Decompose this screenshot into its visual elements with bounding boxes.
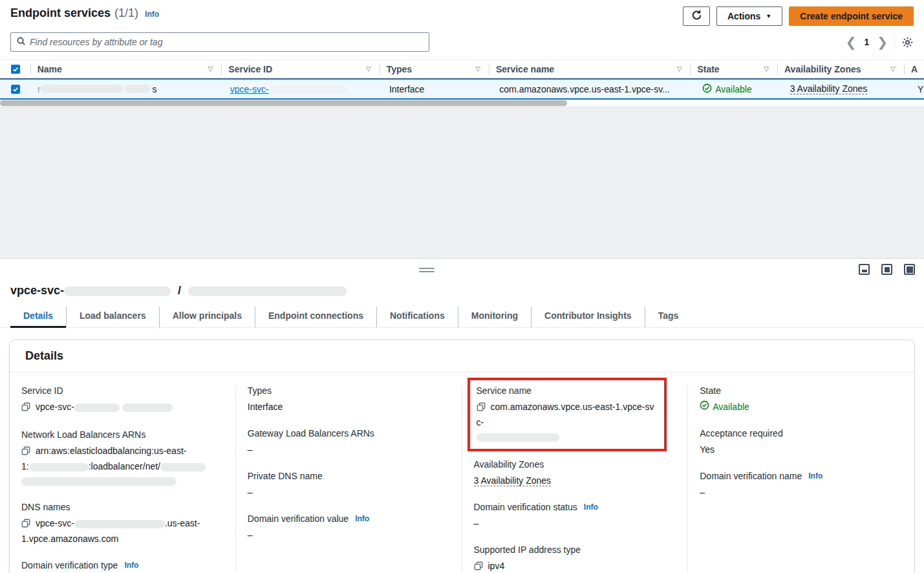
page-title: Endpoint services [10, 6, 111, 20]
sort-icon[interactable]: ▽ [890, 65, 898, 72]
create-endpoint-service-button[interactable]: Create endpoint service [789, 6, 914, 26]
tab-tags[interactable]: Tags [645, 307, 692, 327]
page-number[interactable]: 1 [863, 37, 870, 47]
split-panel-header [0, 258, 924, 281]
row-service-name: com.amazonaws.vpce.us-east-1.vpce-sv... [493, 80, 696, 98]
tab-endpoint-connections[interactable]: Endpoint connections [255, 307, 376, 327]
field-value-private-dns-name: – [248, 485, 450, 499]
success-check-icon [700, 400, 709, 414]
field-value-acceptance-required: Yes [700, 442, 903, 457]
field-label-service-id: Service ID [21, 385, 224, 396]
copy-icon[interactable] [21, 401, 30, 415]
panel-size-small-icon[interactable] [859, 264, 870, 275]
info-link[interactable]: Info [355, 514, 369, 523]
sort-icon[interactable]: ▽ [366, 65, 374, 72]
field-value-dns-names: vpce-svc-.us-east- 1.vpce.amazonaws.com [21, 516, 224, 546]
next-page-icon[interactable]: ❯ [877, 36, 888, 49]
split-panel-drag-handle[interactable] [419, 268, 435, 274]
field-value-domain-verification-name: – [700, 485, 903, 499]
settings-button[interactable] [901, 36, 914, 49]
panel-size-medium-icon[interactable] [881, 264, 892, 275]
filter-row: ❮ 1 ❯ [0, 30, 924, 52]
actions-button[interactable]: Actions ▼ [716, 6, 782, 26]
toolbar: Endpoint services (1/1) Info Actions ▼ C… [0, 0, 924, 30]
service-id-link[interactable]: vpce-svc- [230, 84, 347, 94]
row-name: r s [31, 80, 224, 98]
horizontal-scrollbar[interactable] [0, 100, 924, 107]
select-all-checkbox[interactable] [11, 65, 20, 74]
tab-contributor-insights[interactable]: Contributor Insights [531, 307, 645, 327]
field-label-domain-verification-status: Domain verification status Info [474, 502, 676, 512]
field-value-service-name: com.amazonaws.vpce.us-east-1.vpce-svc- [477, 400, 658, 444]
field-label-private-dns-name: Private DNS name [248, 471, 450, 481]
refresh-button[interactable] [683, 6, 710, 26]
resource-count: (1/1) [114, 6, 138, 20]
scrollbar-thumb[interactable] [0, 100, 567, 106]
search-icon [16, 36, 26, 48]
field-label-domain-verification-type: Domain verification type Info [21, 560, 224, 570]
panel-size-large-icon[interactable] [904, 264, 915, 275]
sort-icon[interactable]: ▽ [208, 65, 216, 72]
details-card: Details Service ID vpce-svc- Network Loa… [9, 340, 915, 573]
field-label-nlb-arns: Network Load Balancers ARNs [21, 429, 224, 440]
success-check-icon [702, 83, 712, 95]
field-value-supported-ip-type: ipv4 [474, 559, 676, 573]
info-link[interactable]: Info [584, 503, 598, 512]
sort-icon[interactable]: ▽ [764, 65, 771, 72]
row-checkbox[interactable] [11, 85, 20, 94]
copy-icon[interactable] [21, 517, 30, 532]
field-value-glb-arns: – [248, 442, 450, 457]
search-input[interactable] [30, 37, 424, 47]
table-row[interactable]: r s vpce-svc- Interface com.amazonaws.vp… [0, 78, 924, 100]
field-label-acceptance-required: Acceptance required [700, 428, 903, 438]
info-link[interactable]: Info [808, 471, 822, 481]
details-column-4: State Available Acceptance required Yes [688, 385, 914, 573]
details-column-3: Service name com.amazonaws.vpce.us-east-… [462, 385, 689, 573]
table-header-row: Name ▽ Service ID ▽ Types ▽ Service name… [0, 59, 924, 78]
field-label-supported-ip-type: Supported IP address type [474, 545, 676, 555]
pagination: ❮ 1 ❯ [846, 35, 914, 49]
field-value-domain-verification-value: – [248, 528, 450, 542]
empty-content-area [0, 107, 924, 258]
column-header-state: State [697, 64, 719, 74]
column-header-types: Types [387, 64, 412, 74]
field-label-domain-verification-name: Domain verification name Info [700, 471, 903, 481]
field-value-service-id: vpce-svc- [21, 400, 224, 415]
tab-monitoring[interactable]: Monitoring [458, 307, 531, 327]
column-header-acceptance: A [911, 64, 918, 74]
service-name-highlight-box: Service name com.amazonaws.vpce.us-east-… [467, 378, 667, 451]
field-value-nlb-arns: arn:aws:elasticloadbalancing:us-east- 1:… [21, 444, 224, 488]
column-header-availability-zones: Availability Zones [784, 64, 861, 74]
tab-allow-principals[interactable]: Allow principals [159, 307, 255, 327]
field-label-availability-zones: Availability Zones [474, 459, 676, 470]
copy-icon[interactable] [477, 401, 486, 415]
chevron-down-icon: ▼ [766, 13, 771, 19]
detail-tabs: Details Load balancers Allow principals … [0, 307, 924, 328]
info-link[interactable]: Info [124, 561, 138, 570]
column-header-name: Name [38, 64, 62, 74]
availability-zones-link[interactable]: 3 Availability Zones [790, 83, 868, 94]
column-header-service-name: Service name [496, 64, 554, 74]
field-label-glb-arns: Gateway Load Balancers ARNs [248, 428, 450, 438]
field-value-domain-verification-status: – [474, 516, 676, 530]
prev-page-icon[interactable]: ❮ [846, 36, 857, 49]
tab-details[interactable]: Details [10, 307, 66, 327]
field-label-dns-names: DNS names [21, 502, 224, 512]
field-label-service-name: Service name [477, 385, 658, 396]
sort-icon[interactable]: ▽ [475, 65, 483, 72]
availability-zones-detail-link[interactable]: 3 Availability Zones [474, 475, 552, 486]
field-value-types: Interface [248, 400, 450, 414]
row-acceptance: Y [911, 80, 924, 98]
copy-icon[interactable] [474, 560, 483, 573]
field-value-state: Available [700, 400, 903, 414]
tab-load-balancers[interactable]: Load balancers [66, 307, 159, 327]
tab-notifications[interactable]: Notifications [376, 307, 458, 327]
details-heading: Details [25, 349, 899, 363]
search-box[interactable] [10, 32, 429, 52]
sort-icon[interactable]: ▽ [677, 65, 685, 72]
info-link[interactable]: Info [145, 10, 159, 19]
refresh-icon [691, 10, 702, 23]
field-label-state: State [700, 385, 903, 396]
split-panel-title: vpce-svc- / [0, 281, 924, 297]
copy-icon[interactable] [21, 445, 30, 459]
